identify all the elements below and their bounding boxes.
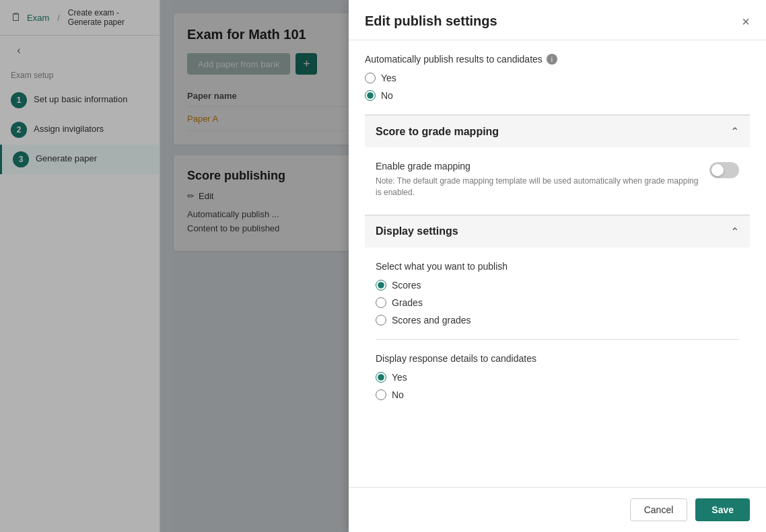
response-no-option[interactable]: No xyxy=(376,389,739,400)
response-yes-radio[interactable] xyxy=(376,372,386,383)
display-settings-section: Display settings ⌃ Select what you want … xyxy=(365,215,750,427)
enable-grade-mapping-label: Enable grade mapping xyxy=(376,161,699,172)
modal-panel: Edit publish settings × Automatically pu… xyxy=(349,0,766,532)
enable-grade-mapping-row: Enable grade mapping Note: The default g… xyxy=(376,161,739,198)
auto-publish-info-icon: i xyxy=(547,54,557,65)
auto-publish-radio-group: Yes No xyxy=(365,73,750,101)
publish-scores-radio[interactable] xyxy=(376,280,386,291)
display-settings-chevron-icon: ⌃ xyxy=(730,225,739,238)
response-yes-label: Yes xyxy=(392,372,407,383)
enable-grade-mapping-note: Note: The default grade mapping template… xyxy=(376,176,699,198)
publish-scores-grades-label: Scores and grades xyxy=(392,315,471,326)
score-grade-mapping-section: Score to grade mapping ⌃ Enable grade ma… xyxy=(365,115,750,212)
publish-grades-option[interactable]: Grades xyxy=(376,297,739,308)
response-details-label: Display response details to candidates xyxy=(376,353,739,364)
publish-scores-grades-radio[interactable] xyxy=(376,315,386,326)
publish-scores-option[interactable]: Scores xyxy=(376,280,739,291)
auto-publish-yes-option[interactable]: Yes xyxy=(365,73,750,83)
response-yes-option[interactable]: Yes xyxy=(376,372,739,383)
publish-grades-label: Grades xyxy=(392,297,423,308)
response-no-label: No xyxy=(392,389,404,400)
toggle-info: Enable grade mapping Note: The default g… xyxy=(376,161,699,198)
modal-title: Edit publish settings xyxy=(365,13,497,29)
modal-header: Edit publish settings × xyxy=(349,0,766,40)
auto-publish-no-option[interactable]: No xyxy=(365,90,750,101)
publish-scores-grades-option[interactable]: Scores and grades xyxy=(376,315,739,326)
enable-grade-mapping-toggle[interactable] xyxy=(709,162,739,178)
modal-footer: Cancel Save xyxy=(349,487,766,532)
response-no-radio[interactable] xyxy=(376,389,386,400)
modal-body: Automatically publish results to candida… xyxy=(349,40,766,487)
publish-grades-radio[interactable] xyxy=(376,297,386,308)
auto-publish-no-radio[interactable] xyxy=(365,90,376,101)
score-grade-chevron-icon: ⌃ xyxy=(730,125,739,138)
select-publish-label: Select what you want to publish xyxy=(376,261,739,272)
auto-publish-yes-label: Yes xyxy=(381,73,396,83)
modal-close-button[interactable]: × xyxy=(742,15,750,28)
publish-options-radio-group: Scores Grades Scores and grades xyxy=(376,280,739,326)
publish-scores-label: Scores xyxy=(392,280,421,291)
display-settings-title: Display settings xyxy=(376,225,458,237)
auto-publish-field-label: Automatically publish results to candida… xyxy=(365,54,750,65)
auto-publish-no-label: No xyxy=(381,90,393,101)
response-radio-group: Yes No xyxy=(376,372,739,400)
display-settings-header[interactable]: Display settings ⌃ xyxy=(365,215,750,248)
display-inner-divider xyxy=(376,339,739,340)
toggle-slider xyxy=(709,162,739,178)
score-grade-mapping-header[interactable]: Score to grade mapping ⌃ xyxy=(365,115,750,147)
display-settings-body: Select what you want to publish Scores G… xyxy=(365,248,750,427)
score-grade-mapping-title: Score to grade mapping xyxy=(376,126,499,138)
score-grade-mapping-body: Enable grade mapping Note: The default g… xyxy=(365,147,750,212)
auto-publish-yes-radio[interactable] xyxy=(365,73,376,83)
save-button[interactable]: Save xyxy=(695,498,750,521)
cancel-button[interactable]: Cancel xyxy=(630,498,688,521)
